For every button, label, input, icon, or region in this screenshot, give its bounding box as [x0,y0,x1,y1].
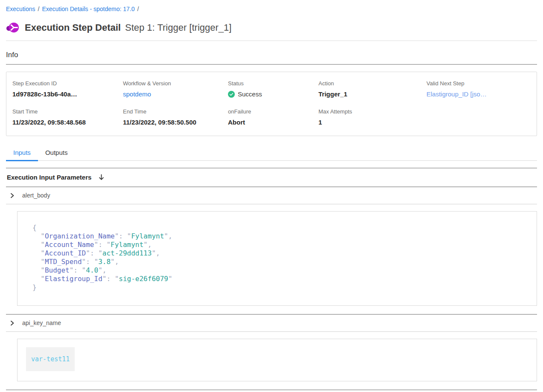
arrow-down-icon[interactable] [98,174,105,181]
json-code-block[interactable]: { "Organization_Name": "Fylamynt", "Acco… [18,212,537,305]
info-field: Max Attempts1 [318,108,426,126]
workflow-link[interactable]: spotdemo [123,90,151,98]
breadcrumb-separator: / [137,6,139,12]
field-value: 1d97828c-13b6-40a… [12,90,123,98]
tab-outputs[interactable]: Outputs [38,146,75,160]
status-text: Success [238,90,262,98]
field-label: Step Execution ID [12,80,123,87]
separator [6,204,537,204]
field-label: Action [318,80,426,87]
field-label: Max Attempts [318,108,426,115]
field-value: 11/23/2022, 09:58:48.568 [12,119,123,126]
params-header-label: Execution Input Parameters [7,174,91,181]
page-title: Execution Step Detail [25,22,121,33]
info-field: Start Time11/23/2022, 09:58:48.568 [12,108,123,126]
field-label: Status [228,80,318,87]
page-subtitle: Step 1: Trigger [trigger_1] [125,22,231,33]
tab-inputs[interactable]: Inputs [6,146,38,160]
tab-bar: InputsOutputs [6,146,537,161]
execution-step-detail-page: Executions/Execution Details - spotdemo:… [0,0,543,392]
info-field: onFailureAbort [228,108,318,126]
field-label: Workflow & Version [123,80,228,87]
divider [6,64,537,65]
info-card: Step Execution ID1d97828c-13b6-40a…Workf… [6,72,537,136]
field-value: Trigger_1 [318,90,426,98]
info-heading: Info [6,51,537,59]
info-field: End Time11/23/2022, 09:58:50.500 [123,108,228,126]
breadcrumb-link[interactable]: Executions [6,6,35,12]
field-value: Abort [228,119,318,126]
breadcrumb: Executions/Execution Details - spotdemo:… [6,5,537,13]
status-value: Success [228,90,318,98]
param-content-api_key_name: var-test11 [17,339,537,381]
info-field: ActionTrigger_1 [318,80,426,98]
info-field: Valid Next StepElastigroup_ID [jso… [426,80,532,98]
divider [6,41,537,41]
params-header: Execution Input Parameters [6,168,537,186]
param-row-api_key_value[interactable]: api_key_value [6,390,537,392]
field-value: 11/23/2022, 09:58:50.500 [123,119,228,126]
parameters-list: alert_body{ "Organization_Name": "Fylamy… [6,186,537,392]
param-value-chip: var-test11 [26,347,75,371]
info-field: Step Execution ID1d97828c-13b6-40a… [12,80,123,98]
separator [6,331,537,332]
success-check-icon [228,91,235,98]
breadcrumb-separator: / [38,6,39,12]
field-value: 1 [318,119,426,126]
info-field: StatusSuccess [228,80,318,98]
param-content-alert_body: { "Organization_Name": "Fylamynt", "Acco… [17,211,537,306]
next-step-link[interactable]: Elastigroup_ID [jso… [426,90,487,98]
param-row-alert_body[interactable]: alert_body [6,187,537,204]
field-label: Valid Next Step [426,80,532,87]
param-name: alert_body [22,192,50,199]
param-name: api_key_name [22,319,61,326]
param-row-api_key_name[interactable]: api_key_name [6,315,537,331]
field-label: onFailure [228,108,318,115]
page-header: Execution Step Detail Step 1: Trigger [t… [6,21,537,34]
chevron-right-icon [9,193,15,198]
info-field: Workflow & Versionspotdemo [123,80,228,98]
fylamynt-logo-icon [6,21,19,34]
chevron-right-icon [9,320,15,326]
field-label: Start Time [12,108,123,115]
breadcrumb-link[interactable]: Execution Details - spotdemo: 17.0 [42,6,134,12]
field-label: End Time [123,108,228,115]
